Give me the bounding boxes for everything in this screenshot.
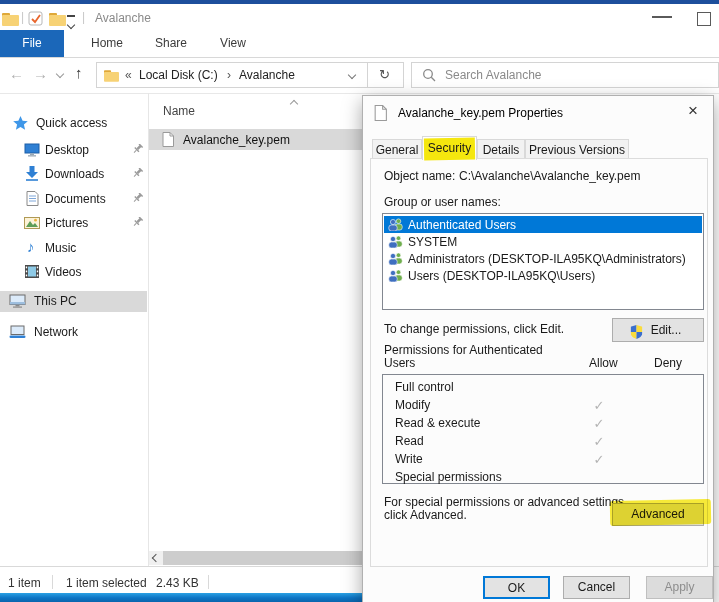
status-item-count: 1 item [8, 576, 41, 590]
sidebar-item-label: Network [34, 325, 78, 339]
permissions-list[interactable]: Full control Modify ✓ Read & execute ✓ R… [382, 374, 704, 484]
network-icon [9, 325, 26, 342]
sidebar-item-downloads[interactable]: Downloads [0, 164, 147, 185]
dialog-title: Avalanche_key.pem Properties [398, 106, 563, 120]
scroll-left-icon[interactable] [152, 554, 160, 562]
apply-button[interactable]: Apply [646, 576, 713, 599]
sidebar-item-desktop[interactable]: Desktop [0, 140, 147, 161]
pin-icon [133, 193, 144, 207]
advanced-button[interactable]: Advanced [612, 503, 704, 526]
breadcrumb-segment-folder[interactable]: Avalanche [239, 68, 295, 82]
sidebar-item-label: Pictures [45, 216, 88, 230]
properties-dialog: Avalanche_key.pem Properties × General S… [362, 95, 714, 602]
properties-quick-access-icon[interactable] [28, 11, 43, 29]
music-note-icon: ♪ [27, 238, 35, 255]
folder-icon [2, 12, 19, 29]
up-icon[interactable]: ↑ [75, 64, 83, 81]
search-input[interactable]: Search Avalanche [411, 62, 719, 88]
column-header-name[interactable]: Name [163, 104, 195, 118]
permissions-label-line2: Users [384, 356, 415, 370]
file-icon [162, 132, 174, 150]
group-list-label: Group or user names: [384, 195, 501, 209]
sidebar-item-videos[interactable]: Videos [0, 262, 147, 283]
advanced-hint-line1: For special permissions or advanced sett… [384, 495, 627, 509]
file-row[interactable]: Avalanche_key.pem [149, 129, 363, 150]
minimize-icon[interactable] [652, 16, 672, 18]
horizontal-scrollbar[interactable] [149, 551, 363, 565]
edit-button[interactable]: Edit... [612, 318, 704, 342]
back-icon[interactable]: ← [9, 65, 24, 82]
close-icon[interactable]: × [679, 98, 707, 124]
sidebar-item-pictures[interactable]: Pictures [0, 213, 147, 234]
users-icon [388, 235, 404, 251]
permission-name: Full control [395, 380, 454, 394]
sidebar-item-label: Downloads [45, 167, 104, 181]
cancel-button[interactable]: Cancel [563, 576, 630, 599]
navigation-bar: ← → ↑ « Local Disk (C:) › Avalanche ↻ Se… [0, 58, 719, 94]
ok-button[interactable]: OK [483, 576, 550, 599]
search-icon [422, 68, 436, 85]
computer-icon [9, 294, 26, 311]
taskbar-edge [0, 593, 363, 602]
customize-toolbar-icon[interactable] [67, 15, 75, 31]
sidebar-item-label: Videos [45, 265, 81, 279]
users-icon [388, 218, 404, 234]
tab-file[interactable]: File [0, 30, 64, 57]
status-size: 2.43 KB [156, 576, 199, 590]
object-name-label: Object name: [384, 169, 455, 183]
group-row-system[interactable]: SYSTEM [384, 233, 702, 250]
pin-icon [133, 168, 144, 182]
advanced-hint-line2: click Advanced. [384, 508, 467, 522]
sidebar-item-network[interactable]: Network [0, 322, 147, 343]
permission-name: Read & execute [395, 416, 480, 430]
tab-details[interactable]: Details [477, 139, 525, 159]
download-arrow-icon [25, 166, 39, 184]
tab-security[interactable]: Security [422, 136, 477, 160]
users-icon [388, 252, 404, 268]
search-placeholder: Search Avalanche [445, 68, 542, 82]
tab-general[interactable]: General [372, 139, 422, 159]
group-row-authenticated-users[interactable]: Authenticated Users [384, 216, 702, 233]
edit-hint: To change permissions, click Edit. [384, 322, 564, 336]
sort-ascending-icon[interactable] [290, 100, 298, 108]
address-overflow-glyph[interactable]: « [125, 68, 132, 82]
refresh-button[interactable]: ↻ [367, 62, 404, 88]
forward-icon[interactable]: → [33, 65, 48, 82]
sidebar-item-documents[interactable]: Documents [0, 189, 147, 210]
file-list-pane: Name Avalanche_key.pem [149, 93, 363, 566]
scrollbar-thumb[interactable] [163, 551, 363, 565]
folder-icon [104, 69, 119, 85]
navigation-pane: Quick access Desktop Downloads Docume [0, 93, 148, 566]
separator: | [82, 10, 85, 24]
allow-checkmark: ✓ [588, 452, 610, 467]
refresh-icon: ↻ [379, 67, 390, 82]
file-name: Avalanche_key.pem [183, 133, 290, 147]
group-row-users[interactable]: Users (DESKTOP-ILA95KQ\Users) [384, 267, 702, 284]
pin-icon [133, 217, 144, 231]
sidebar-item-quick-access[interactable]: Quick access [0, 113, 147, 134]
group-user-list[interactable]: Authenticated Users SYSTEM Administrator… [382, 213, 704, 310]
group-row-administrators[interactable]: Administrators (DESKTOP-ILA95KQ\Administ… [384, 250, 702, 267]
tab-share[interactable]: Share [146, 30, 196, 57]
file-icon [374, 105, 387, 124]
sidebar-item-music[interactable]: ♪ Music [0, 238, 147, 259]
window-title: Avalanche [95, 11, 151, 25]
edit-button-label: Edit... [651, 323, 682, 337]
tab-home[interactable]: Home [82, 30, 132, 57]
title-bar: | | Avalanche [0, 4, 719, 30]
tab-previous-versions[interactable]: Previous Versions [525, 139, 629, 159]
sidebar-item-this-pc[interactable]: This PC [0, 291, 147, 312]
allow-checkmark: ✓ [588, 416, 610, 431]
allow-column-header: Allow [589, 356, 618, 370]
permission-name: Modify [395, 398, 430, 412]
document-icon [26, 191, 39, 209]
users-icon [388, 269, 404, 285]
breadcrumb-segment-drive[interactable]: Local Disk (C:) [139, 68, 218, 82]
address-dropdown-icon[interactable] [348, 71, 356, 79]
address-bar[interactable]: « Local Disk (C:) › Avalanche [96, 62, 368, 88]
maximize-icon[interactable] [697, 12, 711, 26]
recent-locations-icon[interactable] [56, 70, 64, 78]
folder-quick-access-icon[interactable] [49, 12, 66, 29]
sidebar-item-label: This PC [34, 294, 77, 308]
tab-view[interactable]: View [210, 30, 256, 57]
